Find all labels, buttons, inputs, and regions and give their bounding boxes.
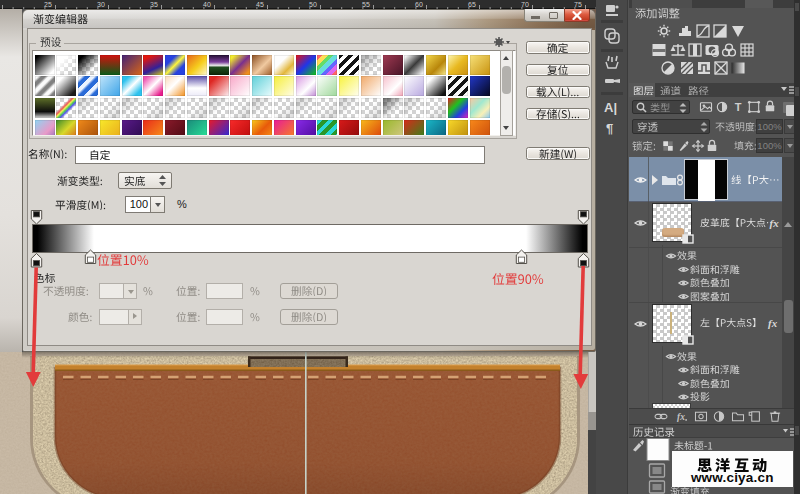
- svg-text:T: T: [735, 101, 742, 113]
- svg-text:fx: fx: [677, 412, 685, 422]
